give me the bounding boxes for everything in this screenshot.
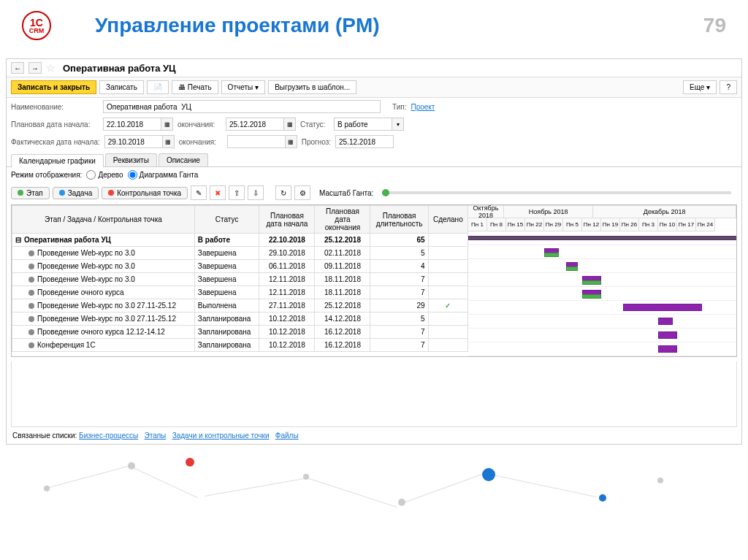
task-table: Этап / Задача / Контрольная точка Статус… (12, 205, 468, 356)
type-label: Тип: (392, 103, 406, 111)
refresh-icon-button[interactable]: ↻ (275, 185, 291, 200)
favorite-star-icon[interactable]: ☆ (46, 62, 56, 74)
gantt-scale-slider[interactable] (382, 191, 731, 194)
settings-icon-button[interactable]: ⚙ (294, 185, 310, 200)
col-name: Этап / Задача / Контрольная точка (12, 206, 195, 234)
tabs: Календарные графики Реквизиты Описание (7, 153, 741, 167)
form-row-plan: Плановая дата начала: ▦ окончания: ▦ Ста… (7, 115, 741, 133)
form-row-name: Наименование: Тип: Проект (7, 98, 741, 115)
main-toolbar: Записать и закрыть Записать 📄 🖶 Печать О… (7, 77, 741, 98)
gantt-workspace: Этап / Задача / Контрольная точка Статус… (11, 204, 737, 357)
col-status: Статус (194, 206, 259, 234)
gantt-bar[interactable] (566, 266, 578, 271)
table-header-row: Этап / Задача / Контрольная точка Статус… (12, 206, 468, 234)
print-button[interactable]: 🖶 Печать (172, 80, 218, 94)
table-row[interactable]: ⊟ Оперативная работа УЦВ работе22.10.201… (12, 234, 468, 247)
plan-end-input[interactable] (226, 118, 284, 131)
export-button[interactable]: Выгрузить в шаблон... (268, 80, 356, 94)
edit-icon-button[interactable]: ✎ (191, 185, 207, 200)
slide-number: 79 (703, 14, 726, 37)
fact-end-input[interactable] (227, 135, 286, 148)
table-row[interactable]: Конференция 1СЗапланирована10.12.201816.… (12, 339, 468, 352)
form-row-fact: Фактическая дата начала: ▦ окончания: ▦ … (7, 133, 741, 150)
calendar-icon[interactable]: ▦ (284, 118, 296, 131)
fact-start-label: Фактическая дата начала: (11, 138, 100, 146)
save-close-button[interactable]: Записать и закрыть (11, 80, 96, 94)
action-toolbar: Этап Задача Контрольная точка ✎ ✖ ⇧ ⇩ ↻ … (7, 183, 741, 203)
table-row[interactable]: Проведение очного курсаЗавершена12.11.20… (12, 286, 468, 299)
move-down-icon-button[interactable]: ⇩ (248, 185, 264, 200)
more-button[interactable]: Еще ▾ (683, 80, 717, 94)
back-button[interactable]: ← (11, 62, 24, 74)
slide-header: 1C CRM Управление проектами (PM) 79 (0, 0, 748, 58)
related-label: Связанные списки: (12, 431, 77, 440)
view-mode-row: Режим отображения: Дерево Диаграмма Гант… (7, 167, 741, 183)
col-dur: Плановая длительность (370, 206, 428, 234)
gantt-bar[interactable] (658, 318, 673, 325)
gantt-bar[interactable] (623, 304, 702, 311)
table-row[interactable]: Проведение Web-курс по 3.0Завершена06.11… (12, 260, 468, 273)
add-milestone-button[interactable]: Контрольная точка (102, 187, 188, 199)
window-title: Оперативная работа УЦ (63, 63, 176, 74)
status-input[interactable] (334, 118, 392, 131)
plan-end-label: окончания: (178, 120, 221, 129)
forward-button[interactable]: → (28, 62, 42, 74)
status-label: Статус: (300, 120, 329, 129)
table-row[interactable]: Проведение Web-курс по 3.0Завершена29.10… (12, 247, 468, 260)
gantt-bar[interactable] (582, 294, 601, 299)
radio-tree[interactable]: Дерево (86, 170, 123, 180)
plan-start-label: Плановая дата начала: (11, 120, 99, 129)
related-links: Связанные списки: Бизнес-процессы Этапы … (7, 427, 741, 444)
fact-start-input[interactable] (104, 135, 163, 148)
col-end: Плановая дата окончания (315, 206, 370, 234)
blue-dot-icon (59, 190, 65, 196)
gantt-chart[interactable]: Октябрь 2018Ноябрь 2018Декабрь 2018 Пн 1… (468, 205, 736, 356)
dropdown-icon[interactable]: ▾ (392, 118, 404, 131)
calendar-icon[interactable]: ▦ (163, 135, 175, 148)
plan-start-input[interactable] (103, 118, 161, 131)
add-task-button[interactable]: Задача (53, 187, 99, 199)
link-files[interactable]: Файлы (275, 431, 299, 440)
gantt-scale-label: Масштаб Ганта: (319, 189, 373, 197)
window-topbar: ← → ☆ Оперативная работа УЦ (7, 59, 741, 77)
forecast-input[interactable] (335, 135, 394, 148)
tab-calendar[interactable]: Календарные графики (11, 154, 104, 167)
gantt-bar[interactable] (582, 280, 601, 285)
calendar-icon[interactable]: ▦ (161, 118, 173, 131)
type-link[interactable]: Проект (411, 103, 435, 111)
app-window: ← → ☆ Оперативная работа УЦ Записать и з… (6, 58, 742, 445)
view-mode-label: Режим отображения: (11, 171, 82, 179)
calendar-icon[interactable]: ▦ (286, 135, 297, 148)
link-tasks[interactable]: Задачи и контрольные точки (172, 431, 270, 440)
doc-icon-button[interactable]: 📄 (147, 80, 169, 94)
tab-props[interactable]: Реквизиты (105, 153, 157, 166)
decorative-graph (0, 452, 748, 510)
save-button[interactable]: Записать (99, 80, 144, 94)
move-up-icon-button[interactable]: ⇧ (229, 185, 245, 200)
fact-end-label: окончания: (179, 138, 223, 146)
col-start: Плановая дата начала (259, 206, 315, 234)
tab-desc[interactable]: Описание (159, 153, 208, 166)
table-row[interactable]: Проведение очного курса 12.12-14.12Запла… (12, 326, 468, 339)
gantt-bar[interactable] (658, 345, 677, 353)
table-row[interactable]: Проведение Web-курс по 3.0 27.11-25.12За… (12, 312, 468, 326)
empty-area (11, 361, 737, 427)
table-row[interactable]: Проведение Web-курс по 3.0Завершена12.11… (12, 273, 468, 286)
red-dot-icon (108, 190, 114, 196)
gantt-bar[interactable] (544, 253, 559, 257)
gantt-bar[interactable] (658, 331, 677, 339)
green-dot-icon (18, 190, 23, 196)
link-stages[interactable]: Этапы (144, 431, 166, 440)
delete-icon-button[interactable]: ✖ (210, 185, 226, 200)
logo-1c-crm: 1C CRM (22, 11, 51, 40)
table-row[interactable]: Проведение Web-курс по 3.0 27.11-25.12Вы… (12, 299, 468, 312)
radio-gantt[interactable]: Диаграмма Ганта (128, 170, 199, 180)
name-input[interactable] (103, 100, 381, 113)
link-bp[interactable]: Бизнес-процессы (79, 431, 138, 440)
reports-button[interactable]: Отчеты ▾ (221, 80, 266, 94)
col-done: Сделано (428, 206, 468, 234)
forecast-label: Прогноз: (302, 138, 331, 146)
gantt-bar[interactable] (468, 236, 736, 240)
add-stage-button[interactable]: Этап (11, 187, 50, 199)
help-button[interactable]: ? (720, 80, 737, 94)
